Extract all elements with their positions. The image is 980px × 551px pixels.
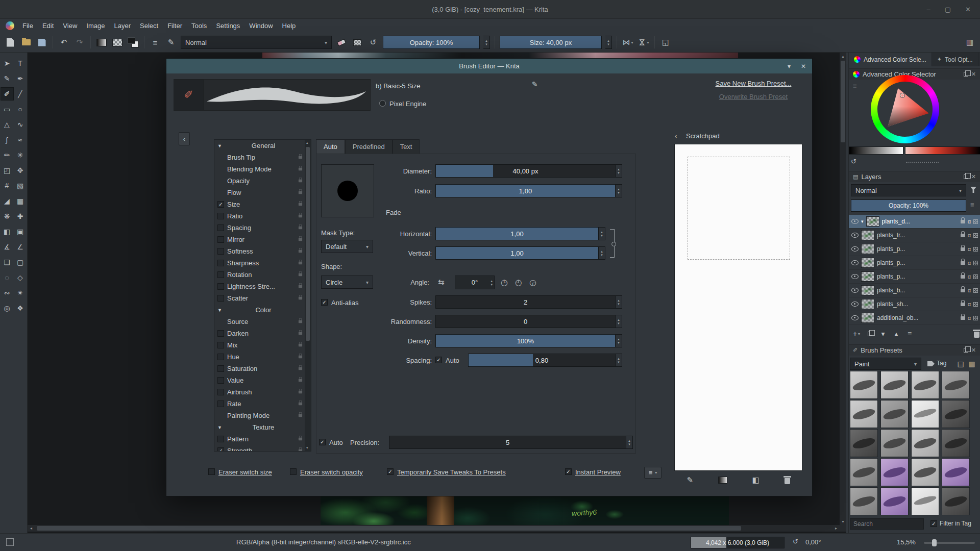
color-selector-settings-icon[interactable]: ≡ (853, 82, 857, 90)
tool-polygon-select[interactable]: ◇ (14, 271, 27, 284)
layer-lock-icon[interactable] (961, 261, 965, 265)
option-airbrush[interactable]: Airbrush (214, 386, 306, 398)
pixel-engine-radio[interactable] (379, 100, 386, 107)
brush-preset-thumbnail[interactable] (850, 458, 878, 486)
rename-preset-icon[interactable]: ✎ (532, 80, 538, 88)
spacing-slider[interactable]: 0,80 (468, 354, 616, 367)
option-checkbox[interactable] (217, 342, 224, 348)
tool-freehand-brush[interactable]: ✐ (1, 87, 14, 101)
zoom-slider[interactable] (924, 542, 975, 544)
option-sharpness[interactable]: Sharpness (214, 257, 306, 269)
tool-pattern[interactable]: ▦ (14, 194, 27, 208)
antialias-checkbox[interactable]: ✓ (321, 299, 328, 306)
menu-filter[interactable]: Filter (163, 20, 187, 31)
layer-row[interactable]: plants_tr...α (849, 229, 980, 242)
diameter-slider[interactable]: 40,00 px (435, 164, 616, 178)
randomness-spinner[interactable]: ▴▾ (616, 315, 622, 328)
scroll-down-icon[interactable]: ▾ (840, 518, 846, 525)
option-checkbox[interactable] (217, 389, 224, 395)
tab-auto[interactable]: Auto (316, 139, 345, 154)
option-mirror[interactable]: Mirror (214, 234, 306, 245)
overwrite-preset-button[interactable]: Overwrite Brush Preset (701, 90, 805, 103)
layer-row[interactable]: additional_ob...α (849, 311, 980, 325)
size-slider[interactable]: Size: 40,00 px (500, 36, 602, 49)
wrap-around-button[interactable]: ◱ (659, 36, 672, 48)
close-panel-icon[interactable]: ✕ (971, 71, 976, 78)
tool-enclose-fill[interactable]: ▣ (14, 225, 27, 238)
alpha-lock-icon[interactable]: α (968, 246, 971, 252)
inherit-alpha-icon[interactable] (973, 316, 978, 320)
auto-precision-checkbox[interactable]: ✓ (319, 439, 326, 445)
alpha-lock-icon[interactable]: α (968, 315, 971, 321)
dialog-close-icon[interactable]: ✕ (801, 63, 806, 70)
scroll-down-icon[interactable]: ▾ (306, 446, 308, 450)
horizontal-spinner[interactable]: ▴▾ (599, 227, 605, 240)
option-checkbox[interactable] (217, 271, 224, 278)
visibility-eye-icon[interactable] (851, 219, 859, 224)
layer-filter-icon[interactable] (970, 187, 976, 193)
tool-rect-select[interactable]: ▢ (14, 256, 27, 269)
scratchpad-fill-background-icon[interactable]: ◧ (752, 475, 760, 485)
option-checkbox[interactable] (217, 283, 224, 290)
option-brush-tip[interactable]: Brush Tip (214, 152, 306, 163)
option-hue[interactable]: Hue (214, 351, 306, 363)
option-lightness-stre[interactable]: Lightness Stre... (214, 281, 306, 292)
alpha-lock-icon[interactable]: α (968, 273, 971, 280)
option-checkbox[interactable] (217, 330, 224, 337)
brush-preset-thumbnail[interactable] (942, 400, 970, 428)
options-section-general[interactable]: ▼General (214, 140, 306, 152)
brush-preset-thumbnail[interactable] (880, 400, 909, 428)
tool-gradient[interactable]: ▧ (14, 179, 27, 192)
inherit-alpha-icon[interactable] (973, 302, 978, 307)
option-checkbox[interactable] (217, 213, 224, 219)
edit-brush-settings-button[interactable]: ✎ (165, 36, 177, 48)
visibility-eye-icon[interactable] (851, 302, 859, 307)
lock-icon[interactable] (299, 403, 302, 406)
ratio-spinner[interactable]: ▴▾ (616, 184, 622, 197)
spikes-spinner[interactable]: ▴▾ (616, 295, 622, 309)
menu-layer[interactable]: Layer (109, 20, 135, 31)
layer-lock-icon[interactable] (961, 316, 965, 320)
tool-calligraphy[interactable]: ✒ (14, 72, 27, 85)
lock-icon[interactable] (299, 379, 302, 382)
tool-polygon[interactable]: △ (1, 118, 14, 131)
menu-file[interactable]: File (18, 20, 38, 31)
option-checkbox[interactable] (217, 248, 224, 255)
pattern-chooser-button[interactable] (111, 36, 124, 48)
option-checkbox[interactable]: ✓ (217, 447, 224, 452)
workspace-chooser-button[interactable]: ▥ (964, 36, 976, 48)
save-button[interactable] (36, 36, 48, 48)
value-shade-strip[interactable] (849, 146, 903, 155)
alpha-lock-icon[interactable]: α (968, 218, 971, 224)
tool-similar-select[interactable]: ✴ (14, 286, 27, 299)
scroll-up-icon[interactable]: ▴ (306, 141, 308, 145)
option-spacing[interactable]: Spacing (214, 222, 306, 234)
close-icon[interactable]: ✕ (965, 6, 971, 13)
instant-preview-checkbox[interactable]: ✓ (565, 468, 572, 475)
choose-brush-preset-button[interactable]: ≡ (149, 36, 161, 48)
lock-icon[interactable] (299, 391, 302, 394)
options-section-color[interactable]: ▼Color (214, 304, 306, 316)
tool-ellipse-select[interactable]: ◌ (1, 271, 14, 284)
spacing-spinner[interactable]: ▴▾ (616, 354, 622, 367)
density-spinner[interactable]: ▴▾ (616, 334, 622, 347)
option-scatter[interactable]: Scatter (214, 292, 306, 304)
mirror-horizontal-button[interactable]: ⋈▾ (622, 36, 634, 48)
horizontal-scrollbar[interactable]: ◂ ▸ (28, 525, 846, 532)
color-shade-strip[interactable] (905, 146, 980, 155)
maximize-icon[interactable]: ▢ (945, 6, 951, 13)
brush-preset-thumbnail[interactable] (911, 400, 939, 428)
lock-icon[interactable] (299, 438, 302, 441)
spikes-slider[interactable]: 2 (435, 295, 616, 309)
hscroll-handle[interactable] (37, 526, 741, 531)
add-layer-button[interactable]: +▾ (850, 328, 863, 339)
inherit-alpha-icon[interactable] (973, 288, 978, 293)
tool-dynamic-brush[interactable]: ✏ (1, 148, 14, 162)
tool-bezier-curve[interactable]: ∫ (1, 133, 14, 146)
brush-presets-header[interactable]: ✐ Brush Presets ✕ (849, 344, 980, 356)
new-document-button[interactable] (4, 36, 16, 48)
menu-edit[interactable]: Edit (38, 20, 58, 31)
tool-measure[interactable]: ∠ (14, 240, 27, 254)
randomness-slider[interactable]: 0 (435, 315, 616, 328)
layer-lock-icon[interactable] (961, 303, 965, 306)
